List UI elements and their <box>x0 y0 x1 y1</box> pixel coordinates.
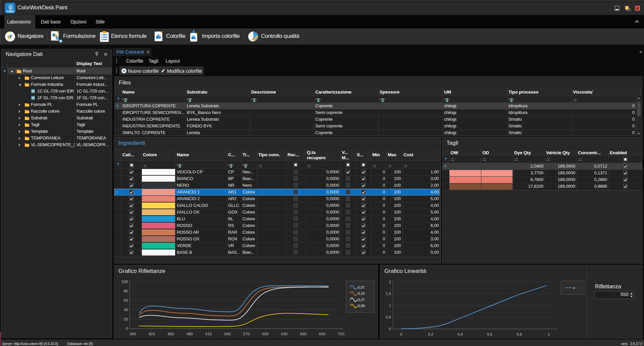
svg-text:0: 0 <box>400 332 402 336</box>
svg-text:420: 420 <box>149 332 155 336</box>
svg-text:0,2: 0,2 <box>428 332 433 336</box>
svg-text:20: 20 <box>124 317 128 321</box>
svg-text:0,14: 0,14 <box>358 291 365 295</box>
svg-text:0,27: 0,27 <box>358 298 365 302</box>
svg-text:480: 480 <box>186 332 193 336</box>
svg-text:0,4: 0,4 <box>458 332 463 336</box>
svg-text:390: 390 <box>129 332 136 336</box>
svg-text:0,8: 0,8 <box>517 332 522 336</box>
svg-text:690: 690 <box>319 332 325 336</box>
svg-text:720: 720 <box>338 332 344 336</box>
svg-text:2: 2 <box>389 280 391 284</box>
svg-text:80: 80 <box>124 289 128 293</box>
svg-text:570: 570 <box>243 332 250 336</box>
svg-text:CWD: CWD <box>6 9 14 13</box>
svg-text:100: 100 <box>121 280 128 284</box>
svg-text:0: 0 <box>126 327 128 331</box>
svg-text:0,07: 0,07 <box>358 285 365 289</box>
svg-text:600: 600 <box>262 332 269 336</box>
svg-text:450: 450 <box>167 332 174 336</box>
svg-text:510: 510 <box>205 332 212 336</box>
svg-text:K: K <box>573 286 576 290</box>
svg-text:0,6: 0,6 <box>487 332 492 336</box>
svg-text:60: 60 <box>124 298 128 302</box>
svg-text:0,5: 0,5 <box>386 315 391 319</box>
svg-text:540: 540 <box>224 332 231 336</box>
svg-text:630: 630 <box>281 332 287 336</box>
svg-text:1,5: 1,5 <box>386 292 391 296</box>
svg-text:1: 1 <box>389 303 391 307</box>
svg-text:660: 660 <box>300 332 307 336</box>
svg-text:0,99: 0,99 <box>358 304 365 308</box>
svg-text:40: 40 <box>124 308 128 312</box>
svg-text:0: 0 <box>389 327 391 331</box>
svg-text:1: 1 <box>548 332 550 336</box>
